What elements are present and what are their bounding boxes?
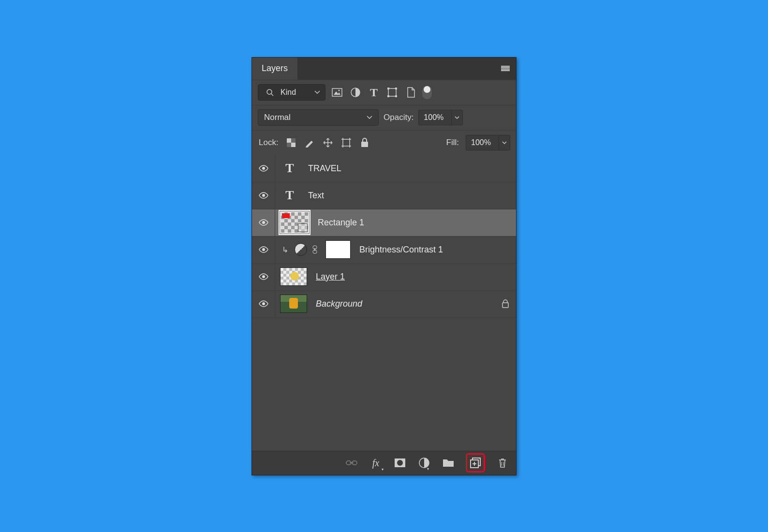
svg-rect-14: [287, 143, 291, 147]
hamburger-icon: [501, 66, 510, 72]
svg-rect-13: [291, 138, 295, 143]
layer-name[interactable]: Background: [312, 299, 362, 309]
panel-menu-icon[interactable]: [495, 58, 516, 80]
svg-rect-9: [387, 95, 389, 97]
blend-mode-select[interactable]: Normal: [258, 109, 379, 126]
svg-point-0: [267, 89, 272, 94]
chevron-down-icon: [367, 116, 372, 119]
svg-rect-2: [332, 89, 342, 96]
link-layers-icon[interactable]: [345, 456, 358, 470]
svg-point-25: [262, 167, 265, 170]
tab-layers[interactable]: Layers: [252, 58, 297, 80]
svg-marker-3: [334, 91, 340, 95]
filter-toggle[interactable]: [422, 86, 432, 99]
eye-icon: [259, 273, 268, 280]
lock-row: Lock: Fill: 100%: [252, 130, 516, 155]
svg-point-4: [339, 90, 340, 91]
eye-icon: [259, 219, 268, 226]
svg-rect-7: [387, 88, 389, 89]
svg-rect-34: [502, 303, 508, 308]
svg-rect-8: [395, 88, 397, 89]
type-layer-icon: T: [280, 161, 299, 176]
panel-footer: fx▾ ▾: [252, 451, 516, 475]
chevron-down-icon: [314, 90, 320, 94]
visibility-toggle[interactable]: [252, 155, 275, 182]
layer-name[interactable]: Text: [304, 191, 324, 201]
fill-stepper[interactable]: [499, 135, 510, 150]
filter-adjustment-icon[interactable]: [349, 86, 362, 99]
adjustment-icon: [295, 243, 307, 256]
lock-icon[interactable]: [502, 299, 509, 308]
visibility-toggle[interactable]: [252, 182, 275, 209]
delete-layer-icon[interactable]: [496, 456, 509, 470]
svg-point-39: [397, 460, 403, 466]
filter-type-icon[interactable]: T: [367, 86, 381, 99]
visibility-toggle[interactable]: [252, 264, 275, 290]
svg-rect-15: [343, 139, 350, 146]
visibility-toggle[interactable]: [252, 236, 275, 263]
layer-row[interactable]: Background: [252, 291, 516, 318]
layers-list: T TRAVEL T Text Rectangle 1 ↳: [252, 155, 516, 451]
lock-position-icon[interactable]: [322, 137, 334, 148]
visibility-toggle[interactable]: [252, 291, 275, 317]
layer-name[interactable]: Rectangle 1: [314, 218, 364, 228]
fill-label: Fill:: [446, 138, 459, 148]
new-layer-highlight: [466, 453, 485, 473]
filter-pixel-icon[interactable]: [330, 86, 344, 99]
svg-point-28: [262, 248, 265, 251]
layer-row[interactable]: Layer 1: [252, 264, 516, 291]
new-adjustment-icon[interactable]: ▾: [417, 456, 431, 470]
filter-smart-icon[interactable]: [404, 86, 417, 99]
svg-point-33: [262, 302, 265, 305]
lock-transparency-icon[interactable]: [285, 137, 297, 148]
layer-name[interactable]: Layer 1: [312, 272, 345, 282]
search-icon: [263, 86, 277, 99]
svg-rect-6: [388, 89, 396, 96]
svg-line-1: [271, 94, 273, 96]
add-mask-icon[interactable]: [393, 456, 407, 470]
filter-shape-icon[interactable]: [385, 86, 399, 99]
layer-row[interactable]: T Text: [252, 182, 516, 209]
opacity-value[interactable]: 100%: [418, 110, 451, 125]
fill-value[interactable]: 100%: [466, 135, 499, 150]
eye-icon: [259, 165, 268, 172]
filter-label: Kind: [281, 88, 296, 97]
panel-header: Layers: [252, 58, 516, 80]
svg-rect-10: [395, 95, 397, 97]
svg-rect-12: [291, 143, 295, 147]
opacity-label: Opacity:: [384, 113, 414, 122]
shape-thumbnail[interactable]: [280, 211, 309, 234]
svg-point-32: [262, 275, 265, 278]
svg-rect-11: [287, 138, 291, 143]
layer-name[interactable]: TRAVEL: [304, 163, 341, 174]
layer-row[interactable]: T TRAVEL: [252, 155, 516, 182]
layer-thumbnail[interactable]: [280, 267, 307, 286]
layer-effects-icon[interactable]: fx▾: [369, 456, 383, 470]
svg-rect-24: [361, 142, 368, 147]
lock-pixels-icon[interactable]: [304, 137, 315, 148]
lock-all-icon[interactable]: [359, 137, 370, 148]
opacity-stepper[interactable]: [451, 110, 463, 125]
layers-panel: Layers Kind T Normal: [251, 57, 517, 475]
new-layer-icon[interactable]: [469, 456, 482, 470]
blend-row: Normal Opacity: 100%: [252, 105, 516, 130]
visibility-toggle[interactable]: [252, 209, 275, 236]
type-layer-icon: T: [280, 188, 299, 203]
lock-label: Lock:: [259, 138, 279, 148]
mask-link-icon[interactable]: [312, 245, 321, 254]
lock-artboard-icon[interactable]: [340, 137, 352, 148]
layer-name[interactable]: Brightness/Contrast 1: [355, 245, 443, 255]
svg-point-27: [262, 221, 265, 224]
eye-icon: [259, 300, 268, 307]
layer-row[interactable]: ↳ Brightness/Contrast 1: [252, 236, 516, 264]
eye-icon: [259, 192, 268, 199]
svg-point-26: [262, 194, 265, 197]
layer-row[interactable]: Rectangle 1: [252, 209, 516, 236]
new-group-icon[interactable]: [442, 456, 455, 470]
clip-arrow-icon: ↳: [280, 245, 290, 254]
filter-kind-select[interactable]: Kind: [258, 84, 325, 101]
blend-mode-label: Normal: [264, 113, 291, 122]
eye-icon: [259, 246, 268, 253]
layer-thumbnail[interactable]: [280, 295, 307, 313]
mask-thumbnail[interactable]: [325, 240, 351, 259]
